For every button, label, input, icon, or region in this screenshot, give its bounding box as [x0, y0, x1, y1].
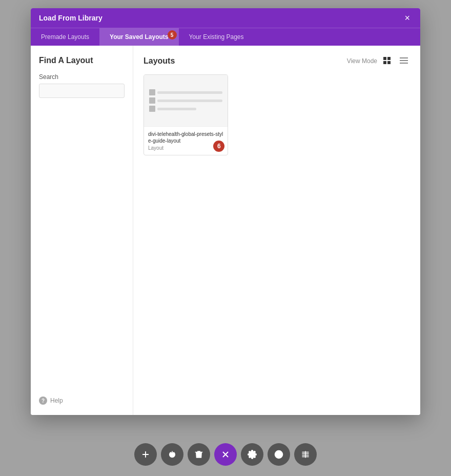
power-button[interactable] [161, 443, 183, 466]
layout-name: divi-telehealth-global-presets-style-gui… [148, 131, 223, 144]
tab-bar: Premade Layouts Your Saved Layouts 5 You… [31, 28, 420, 46]
search-input[interactable] [39, 84, 125, 98]
grid-view-button[interactable] [381, 56, 394, 66]
target-button[interactable] [268, 443, 290, 466]
help-icon: ? [39, 396, 47, 405]
layout-card[interactable]: divi-telehealth-global-presets-style-gui… [144, 74, 228, 155]
view-mode-label: View Mode [347, 57, 377, 65]
modal-close-button[interactable]: × [402, 13, 412, 23]
modal-title: Load From Library [39, 14, 102, 22]
layouts-grid: divi-telehealth-global-presets-style-gui… [144, 74, 410, 155]
sidebar: Find A Layout Search ? Help [31, 46, 133, 415]
modal-overlay: Load From Library × Premade Layouts Your… [0, 0, 451, 476]
help-link[interactable]: ? Help [39, 396, 125, 405]
svg-rect-2 [383, 61, 386, 64]
layout-type: Layout [148, 145, 223, 151]
columns-button[interactable] [294, 443, 317, 466]
svg-point-11 [278, 453, 280, 456]
list-view-button[interactable] [398, 56, 410, 66]
svg-rect-1 [387, 57, 391, 60]
sidebar-title: Find A Layout [39, 56, 125, 65]
search-label: Search [39, 73, 125, 81]
bottom-toolbar [134, 443, 317, 466]
modal: Load From Library × Premade Layouts Your… [31, 8, 420, 415]
modal-header: Load From Library × [31, 8, 420, 28]
view-mode-controls: View Mode [347, 56, 410, 66]
modal-body: Find A Layout Search ? Help Layouts View… [31, 46, 420, 415]
svg-rect-5 [400, 60, 408, 61]
saved-layouts-badge: 5 [168, 30, 177, 39]
svg-rect-4 [400, 57, 408, 58]
help-label: Help [50, 397, 63, 404]
add-button[interactable] [134, 443, 157, 466]
svg-rect-0 [383, 57, 386, 60]
tab-saved-layouts[interactable]: Your Saved Layouts 5 [99, 28, 178, 46]
main-content: Layouts View Mode [133, 46, 420, 415]
layouts-title: Layouts [144, 56, 175, 66]
delete-button[interactable] [188, 443, 210, 466]
layouts-header: Layouts View Mode [144, 56, 410, 66]
svg-rect-6 [400, 63, 408, 64]
tab-premade-layouts[interactable]: Premade Layouts [31, 28, 99, 46]
tab-existing-pages[interactable]: Your Existing Pages [179, 28, 254, 46]
close-button[interactable] [214, 443, 237, 466]
settings-button[interactable] [241, 443, 263, 466]
svg-rect-3 [387, 61, 391, 64]
layout-thumbnail [144, 75, 228, 126]
